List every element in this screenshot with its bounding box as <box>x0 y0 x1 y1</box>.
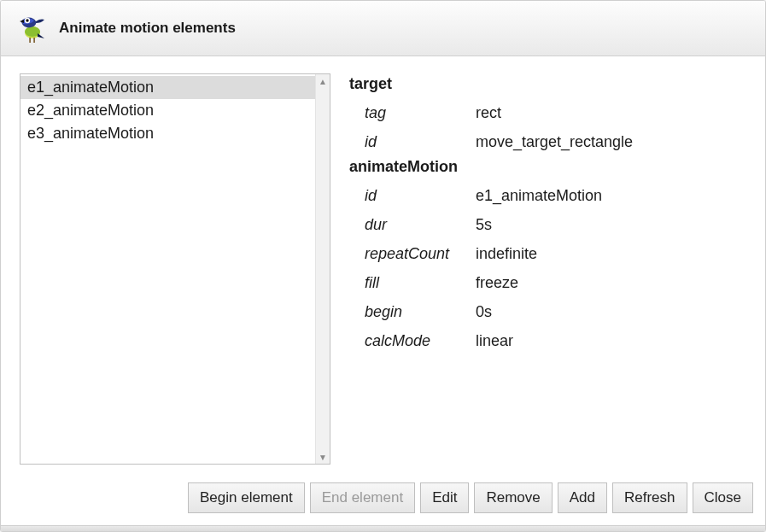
details-row: tagrect <box>349 98 746 127</box>
details-row-key: tag <box>365 102 476 124</box>
element-list-container: e1_animateMotione2_animateMotione3_anima… <box>20 73 330 465</box>
add-button[interactable]: Add <box>558 482 607 513</box>
details-row-value: linear <box>476 330 746 352</box>
details-group: animateMotionide1_animateMotiondur5srepe… <box>349 158 746 355</box>
details-row-key: calcMode <box>365 330 476 352</box>
svg-rect-4 <box>29 38 31 43</box>
element-list-item-label: e3_animateMotion <box>27 125 154 142</box>
details-row-key: id <box>365 131 476 153</box>
close-button[interactable]: Close <box>693 482 753 513</box>
details-panel: targettagrectidmove_target_rectangleanim… <box>349 73 746 465</box>
svg-rect-5 <box>33 38 35 43</box>
details-row-value: 5s <box>476 213 746 236</box>
details-row: begin0s <box>349 297 746 326</box>
details-row: ide1_animateMotion <box>349 181 746 210</box>
details-row-key: fill <box>365 272 476 294</box>
dialog-header: Animate motion elements <box>1 1 765 56</box>
details-row: fillfreeze <box>349 268 746 297</box>
details-row-value: 0s <box>476 301 746 323</box>
details-row: repeatCountindefinite <box>349 239 746 268</box>
details-group-heading: animateMotion <box>349 158 746 181</box>
remove-button[interactable]: Remove <box>474 482 552 513</box>
scroll-up-arrow-icon[interactable]: ▲ <box>316 74 330 88</box>
element-list-item[interactable]: e1_animateMotion <box>20 76 315 99</box>
details-row-value: move_target_rectangle <box>476 131 746 153</box>
element-list-item[interactable]: e3_animateMotion <box>20 122 315 145</box>
edit-button[interactable]: Edit <box>420 482 469 513</box>
details-row-key: id <box>365 184 476 207</box>
details-row-key: dur <box>365 213 476 236</box>
refresh-button[interactable]: Refresh <box>612 482 687 513</box>
details-row: dur5s <box>349 210 746 239</box>
element-list-item-label: e2_animateMotion <box>27 102 154 119</box>
details-group: targettagrectidmove_target_rectangle <box>349 75 746 156</box>
details-row-value: indefinite <box>476 243 746 265</box>
end-element-button: End element <box>310 482 415 513</box>
element-list[interactable]: e1_animateMotione2_animateMotione3_anima… <box>20 74 315 464</box>
element-list-item[interactable]: e2_animateMotion <box>20 99 315 122</box>
details-group-heading: target <box>349 75 746 98</box>
dialog-footer: Begin element End element Edit Remove Ad… <box>1 473 765 525</box>
details-row-value: rect <box>476 102 746 124</box>
begin-element-button[interactable]: Begin element <box>188 482 305 513</box>
details-row-key: repeatCount <box>365 243 476 265</box>
dialog-resize-strip <box>1 525 765 531</box>
dialog-title: Animate motion elements <box>59 20 236 37</box>
list-scrollbar[interactable]: ▲ ▼ <box>315 74 330 464</box>
details-row: calcModelinear <box>349 326 746 355</box>
svg-point-3 <box>26 19 28 21</box>
details-row-value: freeze <box>476 272 746 294</box>
details-row-key: begin <box>365 301 476 323</box>
dialog-body: e1_animateMotione2_animateMotione3_anima… <box>1 56 765 473</box>
scroll-down-arrow-icon[interactable]: ▼ <box>316 450 330 464</box>
details-row-value: e1_animateMotion <box>476 184 746 207</box>
details-row: idmove_target_rectangle <box>349 127 746 156</box>
animate-motion-dialog: Animate motion elements e1_animateMotion… <box>0 0 766 532</box>
element-list-item-label: e1_animateMotion <box>27 79 154 96</box>
app-bird-icon <box>16 13 47 44</box>
